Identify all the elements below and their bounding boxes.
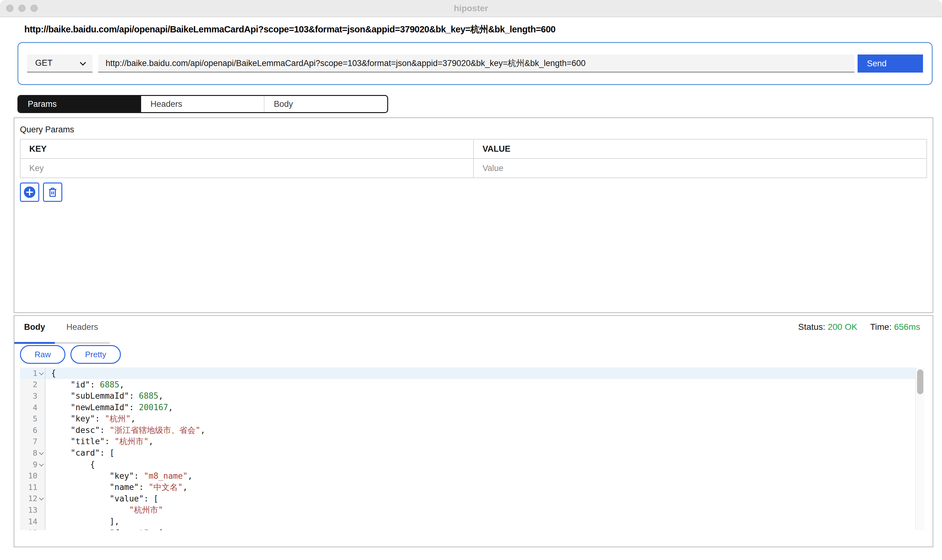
active-tab-indicator	[14, 342, 55, 344]
param-value-input[interactable]	[474, 159, 927, 177]
query-params-table: KEY VALUE	[20, 139, 927, 178]
line-number: 12	[20, 493, 46, 505]
line-number: 15	[20, 527, 46, 530]
line-number: 1	[20, 368, 46, 379]
code-line: 12 "value": [	[20, 493, 915, 505]
line-number: 9	[20, 459, 46, 470]
code-line: 8 "card": [	[20, 447, 915, 459]
code-content: "value": [	[46, 494, 158, 503]
line-number: 11	[20, 482, 46, 493]
line-number: 4	[20, 402, 46, 413]
code-lines: 1{2 "id": 6885,3 "subLemmaId": 6885,4 "n…	[20, 368, 915, 530]
response-tab-headers-label: Headers	[66, 320, 98, 334]
code-line: 15 "format": [	[20, 527, 915, 530]
tab-headers[interactable]: Headers	[141, 96, 264, 112]
code-content: "杭州市"	[46, 505, 163, 515]
fold-chevron-icon[interactable]	[37, 372, 44, 375]
code-line: 6 "desc": "浙江省辖地级市、省会",	[20, 425, 915, 436]
time-value: 656ms	[894, 322, 920, 332]
code-line: 3 "subLemmaId": 6885,	[20, 390, 915, 402]
code-line: 13 "杭州市"	[20, 504, 915, 516]
code-line: 2 "id": 6885,	[20, 379, 915, 391]
fold-chevron-icon[interactable]	[37, 451, 44, 455]
status-label: Status:	[798, 322, 825, 332]
url-input[interactable]	[98, 54, 854, 72]
query-params-title: Query Params	[20, 125, 933, 135]
code-content: "key": "杭州",	[46, 413, 135, 424]
code-line: 10 "key": "m8_name",	[20, 470, 915, 482]
response-tabs: Body Headers	[14, 316, 933, 344]
line-number: 6	[20, 425, 46, 436]
window-titlebar: hiposter	[0, 0, 942, 17]
fold-chevron-icon[interactable]	[37, 463, 44, 466]
code-content: {	[46, 368, 56, 378]
fold-chevron-icon[interactable]	[37, 497, 44, 500]
code-content: {	[46, 460, 95, 469]
line-number: 2	[20, 379, 46, 391]
code-content: "key": "m8_name",	[46, 471, 192, 481]
chevron-down-icon	[80, 59, 86, 65]
code-line: 4 "newLemmaId": 200167,	[20, 402, 915, 413]
param-key-input[interactable]	[20, 159, 473, 177]
plus-circle-icon	[23, 186, 36, 198]
param-row-buttons	[20, 183, 933, 202]
response-status-line: Status: 200 OK Time: 656ms	[798, 322, 920, 332]
vertical-scrollbar[interactable]	[915, 368, 925, 530]
line-number: 3	[20, 390, 46, 402]
delete-param-button[interactable]	[43, 183, 62, 202]
code-line: 1{	[20, 368, 915, 379]
response-body-editor: 1{2 "id": 6885,3 "subLemmaId": 6885,4 "n…	[20, 368, 925, 530]
code-content: ],	[46, 517, 119, 526]
method-select[interactable]: GET	[27, 54, 92, 72]
code-line: 14 ],	[20, 516, 915, 527]
code-content: "id": 6885,	[46, 380, 124, 389]
line-number: 14	[20, 516, 46, 527]
time-label: Time:	[870, 322, 891, 332]
line-number: 10	[20, 470, 46, 482]
line-number: 13	[20, 504, 46, 516]
inactive-tab-indicator	[55, 342, 110, 344]
code-line: 9 {	[20, 459, 915, 470]
table-header-row: KEY VALUE	[20, 139, 927, 158]
table-row	[20, 158, 927, 178]
code-content: "newLemmaId": 200167,	[46, 403, 173, 412]
method-select-value: GET	[35, 58, 52, 68]
code-content: "name": "中文名",	[46, 482, 188, 493]
code-content: "format": [	[46, 528, 163, 530]
code-content: "title": "杭州市",	[46, 436, 153, 447]
pretty-button[interactable]: Pretty	[71, 345, 121, 364]
line-number: 7	[20, 436, 46, 448]
status-value: 200 OK	[828, 322, 857, 332]
tab-params[interactable]: Params	[18, 96, 141, 112]
response-tab-headers[interactable]: Headers	[55, 320, 110, 344]
params-panel: Query Params KEY VALUE	[14, 117, 933, 313]
response-tab-body-label: Body	[24, 320, 45, 334]
code-line: 11 "name": "中文名",	[20, 482, 915, 493]
send-button[interactable]: Send	[857, 54, 923, 72]
request-bar: GET Send	[17, 42, 933, 85]
value-column-header: VALUE	[474, 139, 927, 158]
raw-button[interactable]: Raw	[20, 345, 65, 364]
trash-icon	[47, 186, 58, 198]
line-number: 5	[20, 413, 46, 425]
code-content: "card": [	[46, 448, 115, 457]
tab-body[interactable]: Body	[264, 96, 387, 112]
response-panel: Body Headers Status: 200 OK Time: 656ms …	[14, 315, 933, 547]
add-param-button[interactable]	[20, 183, 39, 202]
key-column-header: KEY	[20, 139, 474, 158]
response-view-buttons: Raw Pretty	[20, 345, 933, 364]
scrollbar-thumb[interactable]	[917, 369, 923, 394]
line-number: 8	[20, 447, 46, 459]
response-tab-body[interactable]: Body	[14, 320, 55, 344]
code-line: 5 "key": "杭州",	[20, 413, 915, 425]
code-content: "desc": "浙江省辖地级市、省会",	[46, 425, 205, 436]
code-line: 7 "title": "杭州市",	[20, 436, 915, 448]
code-content: "subLemmaId": 6885,	[46, 391, 163, 400]
request-tabs: Params Headers Body	[17, 95, 388, 113]
request-url-heading: http://baike.baidu.com/api/openapi/Baike…	[24, 23, 930, 36]
window-title: hiposter	[0, 0, 942, 17]
